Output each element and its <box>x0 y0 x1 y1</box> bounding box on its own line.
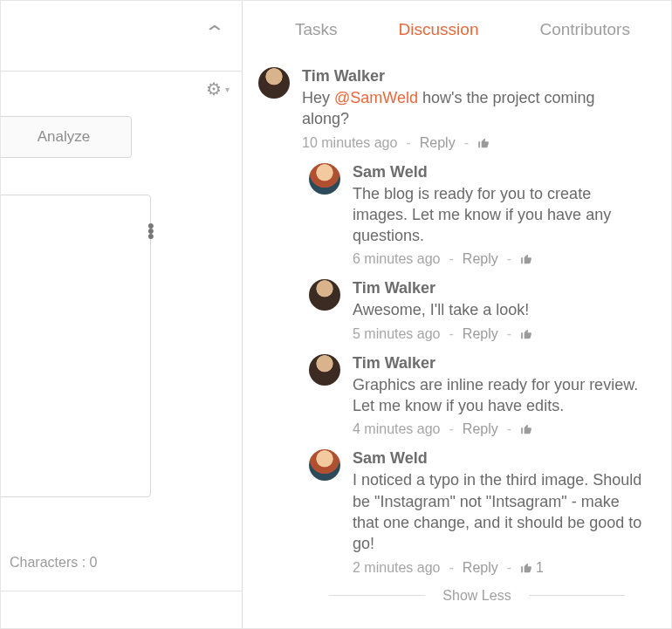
timestamp: 10 minutes ago <box>302 135 397 151</box>
timestamp: 5 minutes ago <box>353 326 441 342</box>
tabs: Tasks Discussion Contributors <box>243 1 671 58</box>
like-button[interactable] <box>477 137 493 149</box>
like-button[interactable] <box>520 423 536 435</box>
collapse-icon[interactable]: ⌃ <box>203 22 225 44</box>
divider <box>1 591 242 591</box>
show-less-toggle[interactable]: Show Less <box>309 588 645 604</box>
message-reply: Tim WalkerGraphics are inline ready for … <box>309 354 645 438</box>
avatar[interactable] <box>309 163 340 195</box>
analyze-button[interactable]: Analyze <box>0 116 132 158</box>
reply-button[interactable]: Reply <box>463 251 498 267</box>
discussion-thread: Tim Walker Hey @SamWeld how's the projec… <box>243 58 671 604</box>
like-button[interactable] <box>520 253 536 265</box>
message-text: Hey @SamWeld how's the project coming al… <box>302 87 645 130</box>
divider <box>529 595 625 596</box>
right-panel: Tasks Discussion Contributors Tim Walker… <box>243 1 671 629</box>
timestamp: 2 minutes ago <box>353 560 441 576</box>
message-author: Sam Weld <box>353 449 645 468</box>
message-text: The blog is ready for you to create imag… <box>353 183 645 247</box>
thumb-up-icon <box>520 423 532 435</box>
message-meta: 10 minutes ago - Reply - <box>302 135 645 151</box>
avatar[interactable] <box>258 67 290 99</box>
message-reply: Sam WeldI noticed a typo in the third im… <box>309 449 645 575</box>
message-author: Sam Weld <box>353 163 645 181</box>
thumb-up-icon <box>520 328 532 340</box>
reply-button[interactable]: Reply <box>420 135 456 151</box>
left-panel: ⌃ ⚙ ▾ Analyze ••• Characters : 0 <box>1 1 243 629</box>
message-author: Tim Walker <box>302 67 645 85</box>
message-meta: 4 minutes ago-Reply- <box>353 421 645 437</box>
timestamp: 4 minutes ago <box>353 421 441 437</box>
analyze-label: Analyze <box>38 128 90 146</box>
like-button[interactable] <box>520 328 536 340</box>
avatar[interactable] <box>309 279 340 311</box>
settings-menu-button[interactable]: ⚙ ▾ <box>206 79 230 99</box>
thumb-up-icon <box>477 137 490 149</box>
message-meta: 5 minutes ago-Reply- <box>353 326 645 342</box>
toolbar: Analyze <box>0 116 132 156</box>
avatar[interactable] <box>309 449 340 481</box>
message-text: Graphics are inline ready for your revie… <box>353 374 645 417</box>
message-meta: 6 minutes ago-Reply- <box>353 251 645 267</box>
character-count: Characters : 0 <box>10 555 98 571</box>
message-author: Tim Walker <box>353 354 645 373</box>
message-reply: Sam WeldThe blog is ready for you to cre… <box>309 163 645 268</box>
gear-row: ⚙ ▾ <box>1 71 242 106</box>
timestamp: 6 minutes ago <box>353 251 441 267</box>
message-reply: Tim WalkerAwesome, I'll take a look!5 mi… <box>309 279 645 341</box>
tab-tasks[interactable]: Tasks <box>295 20 338 39</box>
message-author: Tim Walker <box>353 279 645 297</box>
avatar[interactable] <box>309 354 340 386</box>
reply-button[interactable]: Reply <box>463 326 498 342</box>
divider <box>329 595 425 596</box>
kebab-menu-button[interactable]: ••• <box>147 223 154 239</box>
thumb-up-icon <box>520 562 532 574</box>
reply-button[interactable]: Reply <box>463 560 498 576</box>
gear-icon: ⚙ <box>206 79 222 99</box>
tab-contributors[interactable]: Contributors <box>539 20 630 39</box>
thumb-up-icon <box>520 253 532 265</box>
reply-button[interactable]: Reply <box>463 421 498 437</box>
content-box <box>0 195 151 497</box>
message: Tim Walker Hey @SamWeld how's the projec… <box>258 67 645 151</box>
message-text: Awesome, I'll take a look! <box>353 299 645 320</box>
message-meta: 2 minutes ago-Reply-1 <box>353 560 645 576</box>
mention[interactable]: @SamWeld <box>334 89 418 106</box>
message-text: I noticed a typo in the third image. Sho… <box>353 469 645 554</box>
tab-discussion[interactable]: Discussion <box>399 20 479 39</box>
like-button[interactable]: 1 <box>520 560 544 576</box>
chevron-down-icon: ▾ <box>225 85 230 94</box>
